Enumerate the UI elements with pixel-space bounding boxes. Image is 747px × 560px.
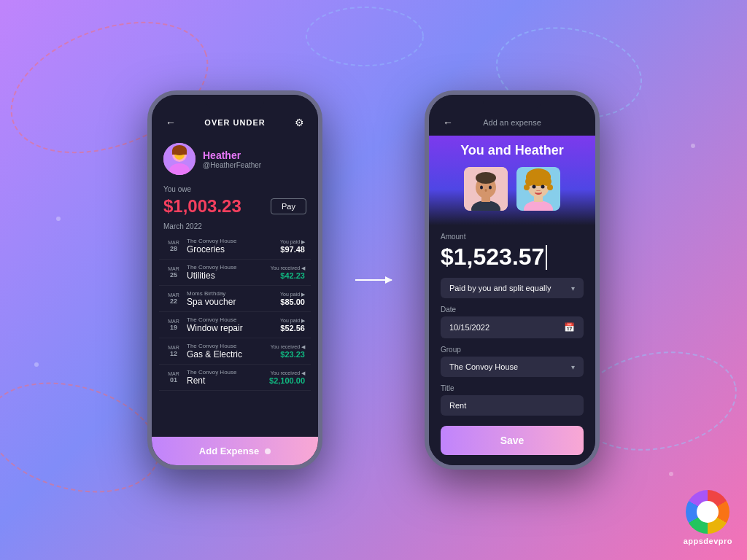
settings-button[interactable]: ⚙ <box>292 115 306 130</box>
svg-point-21 <box>476 172 496 184</box>
svg-point-1 <box>0 365 171 509</box>
user-info: Heather @HeatherFeather <box>203 149 261 169</box>
chevron-down-icon-2: ▾ <box>571 363 575 371</box>
user-name: Heather <box>203 149 261 161</box>
trans-details: The Convoy House Window repair <box>187 316 276 333</box>
amount-display: $1,523.57 <box>441 244 584 271</box>
trans-date: MAR 12 <box>165 345 182 357</box>
add-expense-dot <box>265 448 271 454</box>
back-button[interactable]: ← <box>163 115 178 130</box>
svg-point-23 <box>489 186 492 190</box>
split-method-dropdown[interactable]: Paid by you and split equally ▾ <box>441 278 584 298</box>
logo-icon <box>686 490 729 534</box>
svg-point-6 <box>691 144 695 148</box>
user-section: Heather @HeatherFeather <box>152 137 318 181</box>
svg-point-34 <box>547 184 553 190</box>
trans-date: MAR 01 <box>165 371 182 384</box>
trans-details: Moms Birthday Spa voucher <box>187 290 276 307</box>
owe-amount-row: $1,003.23 Pay <box>163 196 306 217</box>
table-row[interactable]: MAR 25 The Convoy House Utilities You re… <box>159 260 311 286</box>
logo-inner-circle <box>697 501 719 523</box>
svg-point-33 <box>524 184 530 190</box>
phone-1-screen: ← OVER UNDER ⚙ <box>152 95 318 465</box>
svg-rect-14 <box>172 150 187 155</box>
table-row[interactable]: MAR 12 The Convoy House Gas & Electric Y… <box>159 338 311 365</box>
svg-point-5 <box>56 217 61 221</box>
owe-label: You owe <box>163 185 306 193</box>
avatar <box>163 143 196 175</box>
svg-point-22 <box>480 186 483 190</box>
phone-2: ← Add an expense You and Heather <box>425 90 600 470</box>
calendar-icon: 📅 <box>564 322 575 332</box>
screen-title: Add an expense <box>461 118 563 127</box>
split-method-value: Paid by you and split equally <box>449 284 551 292</box>
trans-details: The Convoy House Gas & Electric <box>187 343 266 359</box>
trans-details: The Convoy House Groceries <box>187 238 276 254</box>
save-button[interactable]: Save <box>441 426 584 455</box>
title-value: Rent <box>449 401 466 410</box>
pay-button[interactable]: Pay <box>271 198 306 214</box>
table-row[interactable]: MAR 01 The Convoy House Rent You receive… <box>159 365 311 391</box>
phones-container: ← OVER UNDER ⚙ <box>147 90 600 470</box>
phone-2-hero: You and Heather <box>429 136 595 225</box>
avatar-image <box>163 143 196 175</box>
back-button-2[interactable]: ← <box>441 115 455 130</box>
avatar-female <box>516 167 560 211</box>
trans-details: The Convoy House Utilities <box>187 264 266 281</box>
date-field[interactable]: 10/15/2022 📅 <box>441 316 584 338</box>
table-row[interactable]: MAR 28 The Convoy House Groceries You pa… <box>159 233 311 260</box>
group-label: Group <box>441 346 584 354</box>
amount-value: $1,523.57 <box>441 244 544 271</box>
app-title: OVER UNDER <box>204 118 265 127</box>
phone-1-notch <box>206 95 264 109</box>
user-handle: @HeatherFeather <box>203 161 261 169</box>
cursor <box>546 245 547 270</box>
logo-text: appsdevpro <box>684 537 732 545</box>
svg-point-35 <box>533 185 536 189</box>
add-expense-bar[interactable]: Add Expense <box>152 437 318 465</box>
avatar-male <box>464 167 508 211</box>
svg-point-4 <box>306 7 423 66</box>
phone-1: ← OVER UNDER ⚙ <box>147 90 322 470</box>
amount-label: Amount <box>441 233 584 241</box>
arrow-connector <box>352 279 395 281</box>
avatar-male-image <box>464 167 508 211</box>
owe-section: You owe $1,003.23 Pay <box>152 181 318 217</box>
direction-arrow <box>355 279 392 281</box>
svg-point-7 <box>669 472 673 476</box>
phone-2-notch <box>483 95 541 109</box>
chevron-down-icon: ▾ <box>571 284 575 292</box>
date-value: 10/15/2022 <box>449 323 489 332</box>
transaction-list: MAR 28 The Convoy House Groceries You pa… <box>152 233 318 391</box>
phone-2-screen: ← Add an expense You and Heather <box>429 95 595 465</box>
svg-point-24 <box>485 189 487 192</box>
section-label: March 2022 <box>152 217 318 233</box>
svg-point-36 <box>541 185 545 189</box>
group-dropdown[interactable]: The Convoy House ▾ <box>441 357 584 377</box>
phone-2-body: Amount $1,523.57 Paid by you and split e… <box>429 225 595 462</box>
svg-point-8 <box>34 362 39 367</box>
trans-date: MAR 19 <box>165 319 182 331</box>
title-label: Title <box>441 384 584 392</box>
title-field[interactable]: Rent <box>441 395 584 416</box>
trans-date: MAR 28 <box>165 240 182 252</box>
table-row[interactable]: MAR 19 The Convoy House Window repair Yo… <box>159 312 311 338</box>
group-value: The Convoy House <box>449 362 518 371</box>
trans-details: The Convoy House Rent <box>187 369 265 386</box>
logo-container: appsdevpro <box>684 490 732 545</box>
trans-date: MAR 22 <box>165 292 182 305</box>
avatars-row <box>441 167 584 211</box>
table-row[interactable]: MAR 22 Moms Birthday Spa voucher You pai… <box>159 286 311 312</box>
date-label: Date <box>441 306 584 314</box>
owe-amount: $1,003.23 <box>163 196 241 217</box>
svg-point-38 <box>535 191 542 193</box>
hero-title: You and Heather <box>441 143 584 158</box>
avatar-female-image <box>516 167 560 211</box>
trans-date: MAR 25 <box>165 266 182 279</box>
add-expense-label: Add Expense <box>199 446 259 456</box>
